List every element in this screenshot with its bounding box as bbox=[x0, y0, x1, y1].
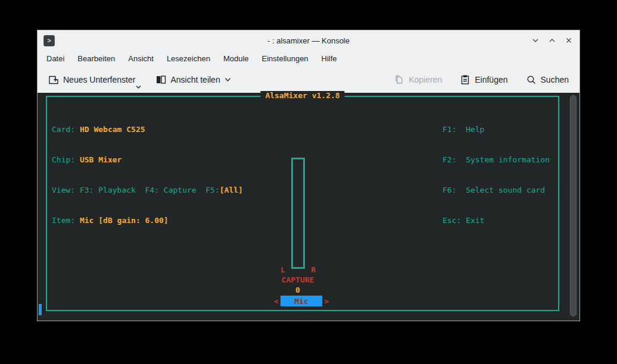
alsamixer-frame: AlsaMixer v1.2.8 Card: HD Webcam C525 Ch… bbox=[46, 96, 559, 311]
split-view-label: Ansicht teilen bbox=[170, 75, 220, 84]
chevron-down-icon bbox=[531, 36, 540, 45]
menu-module[interactable]: Module bbox=[217, 52, 255, 65]
channel-right-label: R bbox=[311, 265, 316, 274]
help-line-f2: F2: System information bbox=[443, 155, 550, 165]
chevron-up-icon bbox=[548, 36, 556, 45]
maximize-button[interactable] bbox=[547, 36, 557, 45]
view-value: [All] bbox=[220, 186, 243, 194]
help-line-f6: F6: Select sound card bbox=[443, 185, 550, 195]
search-icon bbox=[526, 74, 537, 85]
chip-label: Chip: bbox=[52, 155, 80, 164]
mixer-info-block: Card: HD Webcam C525 Chip: USB Mixer Vie… bbox=[52, 104, 243, 246]
search-button[interactable]: Suchen bbox=[522, 71, 572, 89]
close-button[interactable] bbox=[564, 36, 574, 45]
volume-bar bbox=[291, 158, 305, 269]
info-line-view: View: F3: Playback F4: Capture F5:[All] bbox=[52, 185, 243, 195]
toolbar-left-group: Neues Unterfenster Ansicht teilen bbox=[45, 71, 235, 89]
terminal-area[interactable]: AlsaMixer v1.2.8 Card: HD Webcam C525 Ch… bbox=[38, 93, 579, 321]
konsole-app-icon: > bbox=[43, 35, 55, 46]
terminal-cursor bbox=[39, 304, 42, 315]
copy-button[interactable]: Kopieren bbox=[390, 71, 445, 89]
item-value: Mic [dB gain: 6.00] bbox=[80, 216, 169, 225]
window-controls bbox=[531, 36, 574, 45]
close-icon bbox=[565, 36, 573, 45]
menu-lesezeichen[interactable]: Lesezeichen bbox=[160, 52, 217, 65]
menu-datei[interactable]: Datei bbox=[40, 52, 71, 65]
card-value: HD Webcam C525 bbox=[80, 125, 145, 134]
titlebar[interactable]: > - : alsamixer — Konsole bbox=[38, 30, 579, 51]
menu-hilfe[interactable]: Hilfe bbox=[315, 52, 344, 65]
control-selector: < Mic > bbox=[274, 296, 329, 306]
toolbar: Neues Unterfenster Ansicht teilen bbox=[38, 67, 579, 93]
new-tab-label: Neues Unterfenster bbox=[63, 75, 135, 84]
mixer-help-block: F1: Help F2: System information F6: Sele… bbox=[443, 104, 550, 246]
help-line-esc: Esc: Exit bbox=[443, 215, 550, 225]
card-label: Card: bbox=[52, 125, 80, 134]
minimize-button[interactable] bbox=[531, 36, 540, 45]
menu-einstellungen[interactable]: Einstellungen bbox=[255, 52, 315, 65]
next-control-arrow: > bbox=[324, 297, 329, 306]
capture-value: 0 bbox=[277, 285, 319, 294]
copy-icon bbox=[394, 74, 404, 85]
new-tab-icon bbox=[48, 74, 59, 85]
info-line-chip: Chip: USB Mixer bbox=[52, 155, 243, 165]
split-view-button[interactable]: Ansicht teilen bbox=[152, 71, 234, 89]
paste-icon bbox=[460, 74, 470, 85]
item-label: Item: bbox=[52, 216, 80, 225]
help-line-f1: F1: Help bbox=[443, 124, 550, 134]
chip-value: USB Mixer bbox=[80, 155, 121, 164]
menu-bearbeiten[interactable]: Bearbeiten bbox=[71, 52, 121, 65]
chevron-down-icon bbox=[136, 85, 141, 89]
konsole-icon-glyph: > bbox=[47, 37, 51, 44]
prev-control-arrow: < bbox=[274, 297, 279, 306]
window-title: - : alsamixer — Konsole bbox=[38, 36, 579, 45]
alsamixer-title: AlsaMixer v1.2.8 bbox=[260, 91, 344, 100]
info-line-item: Item: Mic [dB gain: 6.00] bbox=[52, 215, 243, 225]
view-label: View: F3: Playback F4: Capture F5: bbox=[52, 186, 220, 194]
selected-control[interactable]: Mic bbox=[281, 296, 322, 306]
paste-button[interactable]: Einfügen bbox=[456, 71, 511, 89]
konsole-window: > - : alsamixer — Konsole Datei Be bbox=[37, 30, 580, 321]
copy-label: Kopieren bbox=[409, 75, 442, 84]
search-label: Suchen bbox=[541, 75, 569, 84]
channel-left-label: L bbox=[281, 265, 285, 274]
channel-labels: L R bbox=[281, 265, 316, 274]
new-tab-button[interactable]: Neues Unterfenster bbox=[45, 71, 139, 89]
scrollbar-thumb[interactable] bbox=[570, 95, 577, 316]
info-line-card: Card: HD Webcam C525 bbox=[52, 124, 243, 134]
paste-label: Einfügen bbox=[475, 75, 507, 84]
menu-ansicht[interactable]: Ansicht bbox=[121, 52, 160, 65]
split-view-icon bbox=[155, 74, 166, 85]
toolbar-right-group: Kopieren Einfügen Suchen bbox=[390, 71, 572, 89]
capture-label: CAPTURE bbox=[277, 275, 319, 284]
chevron-down-icon bbox=[225, 77, 231, 82]
menubar: Datei Bearbeiten Ansicht Lesezeichen Mod… bbox=[38, 51, 579, 67]
